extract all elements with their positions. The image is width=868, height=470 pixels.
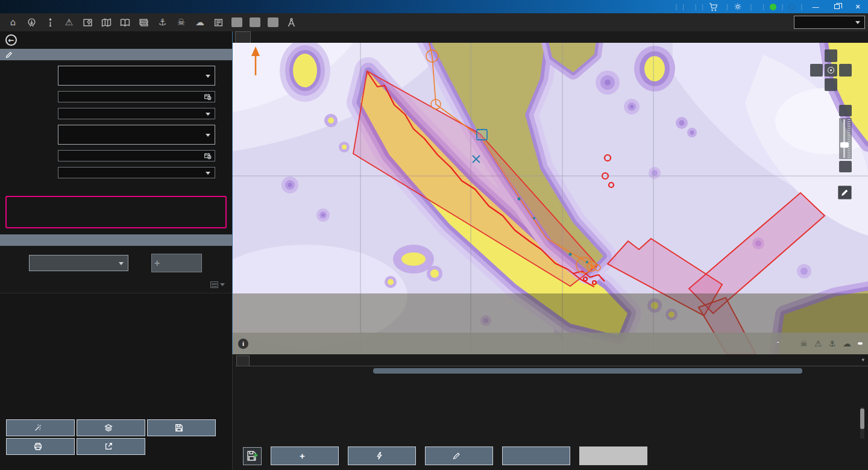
anchorage-layer-icon[interactable]: ⚓ xyxy=(828,339,836,348)
separator: | xyxy=(676,4,678,10)
route-sidebar: ← xyxy=(0,31,232,470)
overlay-products-button[interactable] xyxy=(77,419,145,436)
drawing-tools-icon[interactable] xyxy=(283,15,300,30)
eta-input[interactable] xyxy=(58,150,215,161)
chart-canvas[interactable]: i ⌃ ☠ ⚠ ⚓ ☁ xyxy=(233,43,868,354)
lightning-icon xyxy=(376,452,383,460)
pan-west-button[interactable] xyxy=(810,64,823,77)
grouping-options-button[interactable] xyxy=(210,281,225,288)
calendar-icon[interactable] xyxy=(204,152,212,160)
layers-icon xyxy=(104,424,113,432)
em-module-badge[interactable] xyxy=(231,17,242,27)
tab-draft-waypoints[interactable] xyxy=(236,356,250,366)
warnings-icon[interactable]: ⚠ xyxy=(60,15,78,30)
export-route-button[interactable] xyxy=(77,438,145,455)
news-icon[interactable] xyxy=(210,15,227,30)
eta-timezone-select[interactable] xyxy=(58,167,215,178)
user-objects-body: + xyxy=(0,246,232,293)
back-to-overview-button[interactable]: ← xyxy=(0,31,232,49)
close-button[interactable]: × xyxy=(850,0,866,13)
zoom-in-button[interactable] xyxy=(839,105,852,116)
print-waypoints-button[interactable] xyxy=(6,438,75,455)
center-ship-button[interactable] xyxy=(825,64,837,77)
create-event-button[interactable] xyxy=(348,446,416,465)
pan-north-button[interactable] xyxy=(825,49,837,62)
etd-input[interactable] xyxy=(58,91,215,102)
piracy-icon[interactable]: ☠ xyxy=(172,15,190,30)
info-icon[interactable]: i xyxy=(238,339,248,349)
chart-tabs xyxy=(233,31,868,43)
arrival-select[interactable] xyxy=(58,125,215,145)
etd-timezone-select[interactable] xyxy=(58,108,215,119)
separator: | xyxy=(682,4,684,10)
settings-button[interactable] xyxy=(734,2,745,11)
zoom-slider-handle[interactable] xyxy=(840,142,849,148)
chart-status-bar: i ⌃ ☠ ⚠ ⚓ ☁ xyxy=(233,333,868,354)
gear-icon xyxy=(734,2,742,11)
plus-icon: + xyxy=(154,258,160,269)
export-icon xyxy=(104,442,113,451)
calendar-icon[interactable] xyxy=(204,93,212,101)
main-toolbar: ⌂ ⚠ ⚓ ☠ ☁ xyxy=(0,13,868,31)
publications-icon[interactable] xyxy=(116,15,134,30)
create-user-object-button[interactable]: + xyxy=(151,254,202,272)
minimize-button[interactable]: — xyxy=(808,0,823,13)
weather-icon[interactable]: ☁ xyxy=(191,15,209,30)
zoom-out-button[interactable] xyxy=(839,161,852,172)
info-icon[interactable] xyxy=(42,15,59,30)
separator: | xyxy=(763,4,764,10)
separator: | xyxy=(800,4,802,10)
save-route-button[interactable] xyxy=(147,419,216,436)
voyage-planner-window: | | | | | | | | | — × ⌂ ⚠ ⚓ ☠ xyxy=(0,0,868,470)
display-menu[interactable]: ⌃ xyxy=(776,340,781,347)
waypoints-tabs xyxy=(236,356,868,366)
anchorage-icon[interactable]: ⚓ xyxy=(154,15,171,30)
chevron-down-icon xyxy=(855,21,860,24)
piracy-layer-icon[interactable]: ☠ xyxy=(800,339,808,348)
theme-selector[interactable] xyxy=(794,16,865,29)
nautical-chart[interactable] xyxy=(233,43,868,354)
routes-download-icon[interactable] xyxy=(23,15,40,30)
create-waypoint-button[interactable]: + xyxy=(271,446,339,465)
save-icon xyxy=(175,424,183,432)
em-layer-badge[interactable] xyxy=(858,342,863,345)
lc-module-badge[interactable] xyxy=(268,17,278,27)
route-actions xyxy=(0,419,232,470)
cart-button[interactable] xyxy=(709,2,721,11)
departure-select[interactable] xyxy=(58,66,215,86)
edit-route-tool-button[interactable] xyxy=(838,186,852,199)
warning-layer-icon[interactable]: ⚠ xyxy=(814,339,822,348)
weather-layer-icon[interactable]: ☁ xyxy=(843,339,851,348)
chart-catalogue-icon[interactable] xyxy=(79,15,96,30)
optimise-button[interactable] xyxy=(6,419,75,436)
pan-south-button[interactable] xyxy=(825,78,837,91)
editing-tips-box xyxy=(5,196,227,228)
maps-icon[interactable] xyxy=(98,15,115,30)
r4s-module-badge[interactable] xyxy=(250,17,260,27)
window-title-bar: | | | | | | | | | — × xyxy=(0,0,868,13)
ukc-alerts-button xyxy=(579,446,647,465)
target-icon xyxy=(828,67,834,74)
chart-note-symbol[interactable] xyxy=(477,130,487,140)
separator: | xyxy=(695,4,697,10)
tab-chart-view[interactable] xyxy=(235,31,251,43)
chevron-down-icon xyxy=(119,262,124,265)
home-icon[interactable]: ⌂ xyxy=(4,15,22,30)
library-icon[interactable] xyxy=(135,15,153,30)
calculate-ukc-button[interactable] xyxy=(502,446,570,465)
back-arrow-icon: ← xyxy=(5,34,17,46)
wand-icon xyxy=(34,424,42,432)
restore-button[interactable] xyxy=(829,0,844,13)
chevron-down-icon xyxy=(206,113,210,116)
chevron-down-icon[interactable]: ▾ xyxy=(861,357,864,363)
route-title-header xyxy=(0,49,232,60)
zoom-slider[interactable] xyxy=(839,118,852,159)
user-object-type-select[interactable] xyxy=(29,255,128,271)
vertical-scrollbar[interactable] xyxy=(860,407,864,439)
chevron-down-icon xyxy=(206,134,210,137)
save-export-button[interactable] xyxy=(243,447,262,465)
edit-button[interactable] xyxy=(425,446,493,465)
horizontal-scrollbar[interactable] xyxy=(373,368,802,374)
pan-east-button[interactable] xyxy=(839,64,852,77)
zoom-control xyxy=(839,105,852,172)
